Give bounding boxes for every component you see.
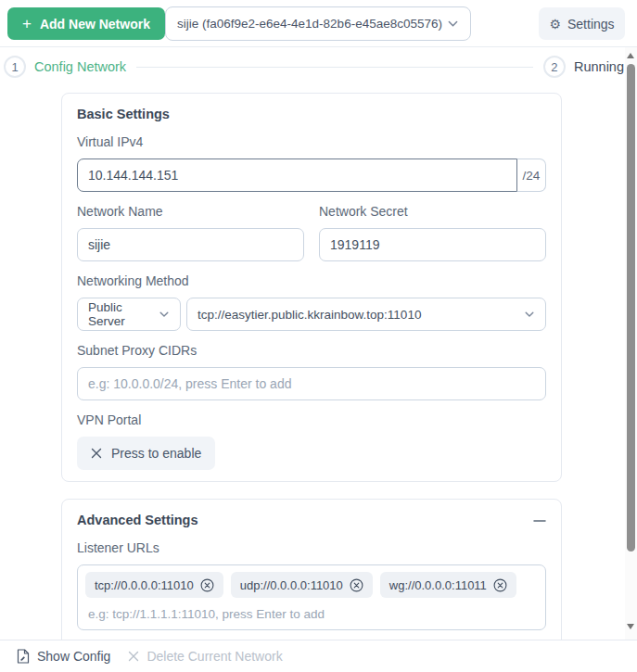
listener-url-chip: tcp://0.0.0.0:11010: [85, 572, 223, 598]
virtual-ipv4-input[interactable]: [77, 158, 517, 192]
remove-chip-icon[interactable]: [493, 578, 507, 592]
chip-label: tcp://0.0.0.0:11010: [95, 578, 194, 592]
network-name-label: Network Name: [77, 204, 304, 220]
vertical-scrollbar[interactable]: [625, 47, 637, 640]
subnet-proxy-label: Subnet Proxy CIDRs: [77, 343, 546, 359]
networking-method-value: Public Server: [88, 300, 159, 328]
listener-urls-placeholder: e.g: tcp://1.1.1.1:11010, press Enter to…: [85, 607, 538, 621]
listener-url-chip: udp://0.0.0.0:11010: [231, 572, 373, 598]
networking-method-label: Networking Method: [77, 273, 546, 289]
settings-button[interactable]: ⚙ Settings: [539, 7, 625, 40]
basic-settings-card: Basic Settings Virtual IPv4 /24 Network …: [61, 93, 562, 482]
step-2-label: Running: [574, 59, 624, 74]
gear-icon: ⚙: [549, 18, 561, 31]
scrollbar-down-arrow[interactable]: [627, 624, 634, 629]
stepper-connector-line: [136, 67, 533, 68]
step-1-number: 1: [11, 60, 18, 74]
add-new-network-label: Add New Network: [40, 17, 150, 32]
step-2-number: 2: [551, 60, 557, 74]
virtual-ipv4-group: /24: [77, 158, 546, 192]
network-secret-input[interactable]: [319, 228, 546, 261]
remove-chip-icon[interactable]: [200, 578, 214, 592]
network-select[interactable]: sijie (fa06f9e2-e6e4-4e1d-82b6-e45ae8c05…: [165, 6, 471, 41]
footer-action-bar: Show Config Delete Current Network: [0, 640, 637, 672]
file-edit-icon: [17, 649, 30, 664]
step-1-circle[interactable]: 1: [4, 56, 26, 78]
vpn-portal-enable-label: Press to enable: [111, 446, 201, 461]
show-config-label: Show Config: [37, 649, 110, 664]
network-secret-label: Network Secret: [319, 204, 546, 220]
scrollbar-up-arrow[interactable]: [627, 53, 634, 58]
chevron-down-icon: [447, 18, 459, 30]
vpn-portal-enable-button[interactable]: Press to enable: [77, 437, 215, 470]
listener-url-chip: wg://0.0.0.0:11011: [380, 572, 516, 598]
delete-current-network-label: Delete Current Network: [147, 649, 282, 664]
advanced-settings-title: Advanced Settings: [77, 513, 198, 528]
settings-label: Settings: [567, 17, 615, 32]
plus-icon: +: [22, 16, 32, 32]
virtual-ipv4-suffix: /24: [517, 158, 546, 192]
step-2-circle[interactable]: 2: [543, 56, 566, 78]
scrollbar-thumb[interactable]: [627, 64, 635, 552]
step-1-label: Config Network: [34, 59, 126, 74]
chevron-down-icon: [159, 309, 170, 320]
listener-urls-input-box[interactable]: tcp://0.0.0.0:11010 udp://0.0.0.0:11010 …: [77, 564, 546, 630]
networking-method-select[interactable]: Public Server: [77, 298, 181, 331]
subnet-proxy-input[interactable]: [77, 367, 546, 400]
collapse-minus-icon[interactable]: [533, 514, 546, 527]
public-server-url-value: tcp://easytier.public.kkrainbow.top:1101…: [197, 308, 421, 322]
chip-label: udp://0.0.0.0:11010: [240, 578, 343, 592]
basic-settings-title: Basic Settings: [77, 107, 546, 122]
network-select-value: sijie (fa06f9e2-e6e4-4e1d-82b6-e45ae8c05…: [177, 17, 442, 31]
public-server-url-select[interactable]: tcp://easytier.public.kkrainbow.top:1101…: [186, 298, 546, 331]
virtual-ipv4-label: Virtual IPv4: [77, 134, 546, 150]
stepper: 1 Config Network 2 Running: [4, 56, 624, 78]
vpn-portal-label: VPN Portal: [77, 412, 546, 428]
remove-chip-icon[interactable]: [350, 578, 363, 592]
chip-label: wg://0.0.0.0:11011: [389, 578, 487, 592]
x-icon: [128, 651, 139, 662]
chevron-down-icon: [524, 309, 535, 320]
x-icon: [91, 448, 102, 459]
delete-current-network-button[interactable]: Delete Current Network: [128, 649, 282, 664]
listener-urls-label: Listener URLs: [77, 540, 546, 556]
network-name-input[interactable]: [77, 228, 304, 261]
header-toolbar: + Add New Network sijie (fa06f9e2-e6e4-4…: [0, 0, 637, 47]
show-config-button[interactable]: Show Config: [17, 649, 110, 664]
add-new-network-button[interactable]: + Add New Network: [7, 7, 165, 40]
